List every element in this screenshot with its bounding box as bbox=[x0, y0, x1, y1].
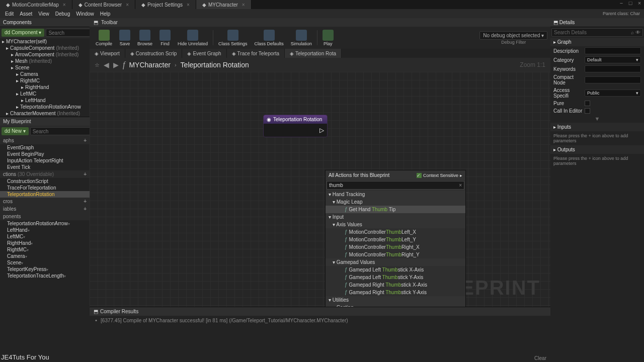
class-defaults-button[interactable]: Class Defaults bbox=[252, 29, 287, 47]
menu-item[interactable]: Window bbox=[73, 10, 97, 18]
play-button[interactable]: Play bbox=[319, 29, 337, 47]
blueprint-item[interactable]: TraceForTeleportation bbox=[0, 185, 90, 191]
graph-canvas[interactable]: ◉Teleportation Rotation ▷ BLUEPRINT All … bbox=[90, 72, 550, 307]
save-button[interactable]: Save bbox=[116, 29, 133, 47]
top-tab[interactable]: ◆Content Browser× bbox=[72, 0, 135, 9]
details-dropdown[interactable]: Public▾ bbox=[585, 89, 641, 97]
blueprint-item[interactable]: Event BeginPlay bbox=[0, 151, 90, 157]
context-action-item[interactable]: ƒ MotionControllerThumbLeft_Y bbox=[326, 236, 465, 243]
component-tree-item[interactable]: ▸CapsuleComponent(Inherited) bbox=[0, 45, 90, 51]
favorite-icon[interactable]: ☆ bbox=[95, 62, 100, 68]
add-graph-icon[interactable]: + bbox=[84, 138, 87, 143]
component-tree-item[interactable]: ▸RightMC bbox=[0, 77, 90, 84]
close-button[interactable]: × bbox=[635, 0, 644, 9]
graph-tab[interactable]: ◈Event Graph bbox=[182, 49, 226, 58]
graph-category[interactable]: ▸ Graph bbox=[550, 38, 644, 46]
context-category[interactable]: ▾ Axis Values bbox=[326, 221, 465, 228]
outputs-category[interactable]: ▸ Outputs bbox=[550, 145, 644, 154]
component-tree-item[interactable]: ▸LeftMC bbox=[0, 90, 90, 97]
menu-item[interactable]: View bbox=[35, 10, 52, 18]
blueprint-item[interactable]: LeftHand▾ bbox=[0, 227, 90, 233]
component-tree-item[interactable]: ▸RightHand bbox=[0, 84, 90, 90]
context-action-item[interactable]: ƒ Gamepad Right Thumbstick Y-Axis bbox=[326, 289, 465, 296]
context-action-item[interactable]: ƒ Gamepad Left Thumbstick Y-Axis bbox=[326, 274, 465, 281]
class-settings-button[interactable]: Class Settings bbox=[215, 29, 251, 47]
context-category[interactable]: ▾ Utilities bbox=[326, 296, 465, 304]
blueprint-item[interactable]: TeleportationRotationArrow▾ bbox=[0, 220, 90, 227]
simulation-button[interactable]: Simulation bbox=[288, 29, 315, 47]
top-tab[interactable]: ◆Project Settings× bbox=[135, 0, 196, 9]
close-tab-icon[interactable]: × bbox=[242, 2, 245, 8]
context-category[interactable]: ▾ Hand Tracking bbox=[326, 191, 465, 198]
blueprint-item[interactable]: Scene▾ bbox=[0, 259, 90, 266]
blueprint-item[interactable]: TeleportationTraceLength▾ bbox=[0, 273, 90, 279]
details-text-input[interactable] bbox=[585, 76, 641, 83]
inputs-category[interactable]: ▸ Inputs bbox=[550, 123, 644, 131]
context-action-item[interactable]: ƒ Gamepad Left Thumbstick X-Axis bbox=[326, 266, 465, 274]
blueprint-item[interactable]: RightHand▾ bbox=[0, 240, 90, 246]
blueprint-item[interactable]: Event Tick bbox=[0, 164, 90, 170]
blueprint-item[interactable]: TeleportKeyPress▾ bbox=[0, 266, 90, 273]
debug-object-select[interactable]: No debug object selected ▾ bbox=[479, 31, 547, 40]
add-function-icon[interactable]: + bbox=[84, 171, 87, 177]
graph-tab[interactable]: ◈Viewport bbox=[90, 49, 125, 58]
close-tab-icon[interactable]: × bbox=[187, 2, 190, 8]
context-search-input[interactable]: thumb × bbox=[327, 181, 464, 190]
close-tab-icon[interactable]: × bbox=[63, 2, 66, 8]
nav-forward-icon[interactable]: ▶ bbox=[113, 61, 119, 69]
component-tree-item[interactable]: ▸Camera bbox=[0, 71, 90, 77]
compile-button[interactable]: Compile bbox=[93, 29, 115, 47]
browse-button[interactable]: Browse bbox=[134, 29, 155, 47]
context-category[interactable]: ▾ Input bbox=[326, 213, 465, 221]
maximize-button[interactable]: □ bbox=[626, 0, 635, 9]
add-macro-icon[interactable]: + bbox=[84, 199, 87, 204]
details-text-input[interactable] bbox=[585, 65, 641, 72]
context-sensitive-checkbox[interactable]: ✓Context Sensitive ▸ bbox=[417, 172, 462, 178]
context-category[interactable]: ▾ Casting bbox=[326, 304, 465, 307]
find-button[interactable]: Find bbox=[156, 29, 174, 47]
close-tab-icon[interactable]: × bbox=[126, 2, 129, 8]
add-variable-icon[interactable]: + bbox=[84, 206, 87, 212]
context-action-item[interactable]: ƒ Gamepad Right Thumbstick X-Axis bbox=[326, 281, 465, 289]
component-tree-item[interactable]: ▸TeleportationRotationArrow bbox=[0, 104, 90, 110]
clear-search-icon[interactable]: × bbox=[459, 183, 462, 188]
graph-tab[interactable]: ◈Construction Scrip bbox=[125, 49, 183, 58]
component-tree-item[interactable]: ▸Mesh(Inherited) bbox=[0, 58, 90, 64]
blueprint-item[interactable]: LeftMC▾ bbox=[0, 233, 90, 240]
details-checkbox[interactable] bbox=[585, 101, 590, 106]
blueprint-item[interactable]: EventGraph bbox=[0, 144, 90, 151]
actions-context-menu[interactable]: All Actions for this Blueprint ✓Context … bbox=[325, 170, 466, 307]
component-tree-item[interactable]: ▸LeftHand bbox=[0, 97, 90, 104]
top-tab[interactable]: ◆MotionControllerMap× bbox=[0, 0, 72, 9]
context-category[interactable]: ▾ Gamepad Values bbox=[326, 258, 465, 266]
details-dropdown[interactable]: Default▾ bbox=[585, 56, 641, 63]
context-action-item[interactable]: ƒ MotionControllerThumbLeft_X bbox=[326, 228, 465, 236]
exec-output-pin[interactable]: ▷ bbox=[319, 127, 324, 134]
clear-button[interactable]: Clear bbox=[534, 355, 546, 361]
blueprint-search[interactable] bbox=[30, 127, 99, 135]
blueprint-item[interactable]: TeleportationRotation bbox=[0, 191, 90, 198]
details-checkbox[interactable] bbox=[585, 108, 590, 114]
breadcrumb-function[interactable]: Teleportation Rotation bbox=[181, 61, 249, 69]
context-category[interactable]: ▾ Magic Leap bbox=[326, 198, 465, 206]
breadcrumb-asset[interactable]: MYCharacter bbox=[129, 61, 170, 69]
context-action-item[interactable]: ƒ MotionControllerThumbRight_X bbox=[326, 243, 465, 251]
component-tree-item[interactable]: ▸CharacterMovement(Inherited) bbox=[0, 110, 90, 117]
nav-back-icon[interactable]: ◀ bbox=[104, 61, 109, 69]
component-tree-item[interactable]: ▸MYCharacter(self) bbox=[0, 38, 90, 45]
add-new-button[interactable]: dd New ▾ bbox=[2, 127, 29, 135]
blueprint-item[interactable]: ConstructionScript bbox=[0, 178, 90, 185]
menu-item[interactable]: Help bbox=[97, 10, 114, 18]
blueprint-item[interactable]: InputAction TeleportRight bbox=[0, 157, 90, 164]
add-component-button[interactable]: dd Component ▾ bbox=[2, 29, 44, 37]
expand-icon[interactable]: ▼ bbox=[550, 115, 644, 123]
graph-tab[interactable]: ◈Teleportation Rota bbox=[285, 49, 342, 58]
menu-item[interactable]: Debug bbox=[52, 10, 73, 18]
hide-unrelated-button[interactable]: Hide Unrelated bbox=[175, 29, 211, 47]
graph-tab[interactable]: ◈Trace for Teleporta bbox=[227, 49, 285, 58]
minimize-button[interactable]: − bbox=[617, 0, 626, 9]
menu-item[interactable]: Asset bbox=[17, 10, 35, 18]
context-action-item[interactable]: ƒ MotionControllerThumbRight_Y bbox=[326, 251, 465, 258]
top-tab[interactable]: ◆MYCharacter× bbox=[196, 0, 252, 9]
details-search[interactable]: Search Details ⌕ 👁 bbox=[551, 28, 643, 37]
